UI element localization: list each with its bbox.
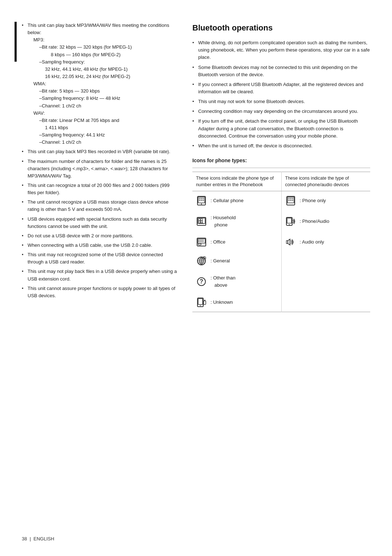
svg-point-50 (200, 305, 201, 306)
table-cell: : Cellular phone (192, 191, 281, 210)
table-row: : Office (192, 233, 370, 252)
table-cell: : Household phone (192, 210, 281, 233)
svg-rect-19 (199, 219, 200, 221)
list-item: When the unit is turned off, the device … (192, 142, 370, 150)
audio-only-label: : Audio only (300, 238, 324, 246)
table-row: : Unknown (192, 293, 370, 312)
mp3-label: MP3: (33, 36, 178, 44)
svg-rect-35 (203, 241, 204, 242)
list-item: While driving, do not perform complicate… (192, 39, 370, 61)
list-item: If you turn off the unit, detach the con… (192, 118, 370, 139)
svg-rect-28 (198, 240, 199, 241)
list-item: This unit cannot assure proper functions… (22, 285, 178, 299)
svg-rect-13 (292, 198, 293, 199)
list-item: This unit can recognize a total of 20 00… (22, 182, 178, 196)
left-bullet-list: This unit can play back MP3/WMA/WAV file… (22, 22, 178, 299)
list-item: This unit can play back MP3 files record… (22, 148, 178, 155)
icons-section-title: Icons for phone types: (192, 157, 370, 165)
phone-only-icon (285, 195, 296, 206)
svg-rect-7 (201, 200, 202, 201)
svg-rect-34 (201, 241, 202, 242)
icon-row-phone-audio: : Phone/Audio (285, 214, 367, 229)
table-cell: : Office (192, 233, 281, 252)
table-row: : Cellular phone (192, 191, 370, 210)
phone-only-label: : Phone only (300, 197, 326, 204)
svg-rect-31 (203, 240, 204, 241)
table-cell: ? : Other than above (192, 270, 281, 293)
list-item: The unit cannot recognize a USB mass sto… (22, 199, 178, 213)
table-header-left: These icons indicate the phone type of n… (192, 172, 281, 191)
other-label: : Other than above (211, 274, 236, 289)
svg-point-25 (289, 224, 289, 225)
page-footer: 38 | ENGLISH (22, 536, 54, 541)
svg-rect-22 (201, 221, 203, 223)
wma-label: WMA: (33, 80, 178, 87)
sub-section-mp3: MP3: –Bit rate: 32 kbps — 320 kbps (for … (28, 36, 178, 146)
audio-only-icon (285, 237, 296, 248)
household-phone-icon (196, 216, 207, 227)
svg-rect-6 (199, 200, 200, 201)
svg-point-2 (201, 203, 202, 204)
mp3-items: –Bit rate: 32 kbps — 320 kbps (for MPEG-… (33, 44, 178, 80)
office-phone-icon (196, 237, 207, 248)
svg-rect-32 (198, 241, 199, 242)
table-row: : Household phone (192, 210, 370, 233)
list-item: USB devices equipped with special functi… (22, 216, 178, 230)
table-top-divider (192, 168, 370, 168)
general-phone-icon (196, 255, 207, 266)
cellular-phone-icon (196, 195, 207, 206)
other-phone-icon: ? (196, 276, 207, 287)
svg-rect-51 (204, 301, 206, 304)
list-item: This unit may not play back files in a U… (22, 268, 178, 282)
table-cell: : General (192, 252, 281, 270)
svg-text:?: ? (200, 278, 203, 285)
list-item: This unit may not recognized some of the… (22, 251, 178, 266)
table-cell: : Unknown (192, 293, 281, 312)
list-item: This unit can play back MP3/WMA/WAV file… (22, 22, 178, 146)
unknown-phone-icon (196, 297, 207, 308)
svg-rect-14 (288, 200, 290, 201)
phone-audio-icon (285, 216, 296, 227)
svg-rect-5 (203, 198, 204, 199)
svg-rect-16 (292, 200, 293, 201)
table-cell-empty (281, 252, 370, 270)
icon-row-cellular: : Cellular phone (196, 193, 278, 208)
list-item: When connecting with a USB cable, use th… (22, 242, 178, 249)
svg-rect-21 (199, 221, 200, 223)
svg-rect-49 (198, 299, 203, 304)
list-item: Some Bluetooth devices may not be connec… (192, 64, 370, 78)
section-title: Bluetooth operations (192, 22, 370, 34)
svg-rect-11 (288, 198, 290, 199)
icon-row-phone-only: : Phone only (285, 193, 367, 208)
svg-rect-24 (287, 218, 291, 223)
svg-rect-4 (201, 198, 202, 199)
general-label: : General (211, 257, 230, 265)
table-header-right: These icons indicate the type of connect… (281, 172, 370, 191)
table-cell: : Phone/Audio (281, 210, 370, 233)
language-label: ENGLISH (33, 536, 54, 541)
svg-rect-30 (201, 240, 202, 241)
svg-rect-37 (286, 241, 288, 244)
icon-row-household: : Household phone (196, 212, 278, 230)
svg-rect-3 (199, 198, 200, 199)
icon-row-general: : General (196, 254, 278, 268)
unknown-label: : Unknown (211, 299, 233, 306)
icon-row-unknown: : Unknown (196, 295, 278, 310)
list-item: Do not use a USB device with 2 or more p… (22, 232, 178, 240)
icon-row-audio-only: : Audio only (285, 235, 367, 249)
svg-rect-33 (200, 241, 201, 242)
svg-rect-29 (200, 240, 201, 241)
table-cell: : Phone only (281, 191, 370, 210)
page-number: 38 (22, 536, 27, 541)
cellular-phone-label: : Cellular phone (211, 197, 244, 204)
icon-row-office: : Office (196, 235, 278, 249)
wav-label: WAV: (33, 110, 178, 117)
list-item: This unit may not work for some Bluetoot… (192, 98, 370, 105)
table-cell-empty (281, 293, 370, 312)
household-phone-label: : Household phone (211, 214, 236, 229)
table-cell: : Audio only (281, 233, 370, 252)
svg-rect-12 (290, 198, 291, 199)
table-row: : General (192, 252, 370, 270)
left-column: This unit can play back MP3/WMA/WAV file… (22, 22, 178, 534)
right-column: Bluetooth operations While driving, do n… (192, 22, 370, 534)
